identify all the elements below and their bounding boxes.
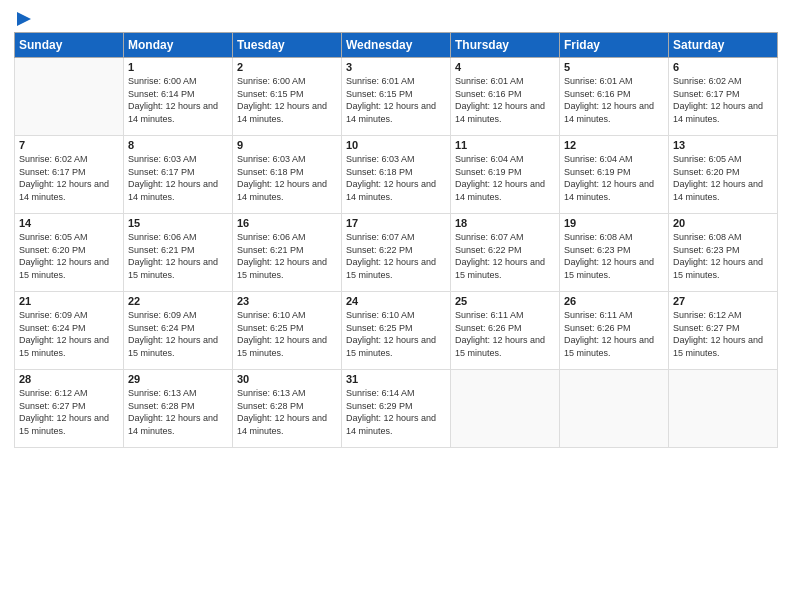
- sun-info: Sunrise: 6:14 AMSunset: 6:29 PMDaylight:…: [346, 387, 446, 437]
- sun-info: Sunrise: 6:13 AMSunset: 6:28 PMDaylight:…: [237, 387, 337, 437]
- calendar-cell: 2Sunrise: 6:00 AMSunset: 6:15 PMDaylight…: [233, 58, 342, 136]
- sun-info: Sunrise: 6:12 AMSunset: 6:27 PMDaylight:…: [19, 387, 119, 437]
- day-number: 16: [237, 217, 337, 229]
- calendar-cell: [15, 58, 124, 136]
- calendar-cell: 6Sunrise: 6:02 AMSunset: 6:17 PMDaylight…: [669, 58, 778, 136]
- day-number: 9: [237, 139, 337, 151]
- sun-info: Sunrise: 6:01 AMSunset: 6:16 PMDaylight:…: [455, 75, 555, 125]
- header-day: Thursday: [451, 33, 560, 58]
- calendar-cell: 17Sunrise: 6:07 AMSunset: 6:22 PMDayligh…: [342, 214, 451, 292]
- calendar-cell: 9Sunrise: 6:03 AMSunset: 6:18 PMDaylight…: [233, 136, 342, 214]
- calendar-cell: 26Sunrise: 6:11 AMSunset: 6:26 PMDayligh…: [560, 292, 669, 370]
- sun-info: Sunrise: 6:00 AMSunset: 6:15 PMDaylight:…: [237, 75, 337, 125]
- calendar-cell: [560, 370, 669, 448]
- sun-info: Sunrise: 6:05 AMSunset: 6:20 PMDaylight:…: [673, 153, 773, 203]
- calendar-cell: 21Sunrise: 6:09 AMSunset: 6:24 PMDayligh…: [15, 292, 124, 370]
- day-number: 26: [564, 295, 664, 307]
- day-number: 18: [455, 217, 555, 229]
- day-number: 5: [564, 61, 664, 73]
- sun-info: Sunrise: 6:13 AMSunset: 6:28 PMDaylight:…: [128, 387, 228, 437]
- sun-info: Sunrise: 6:05 AMSunset: 6:20 PMDaylight:…: [19, 231, 119, 281]
- calendar-cell: 12Sunrise: 6:04 AMSunset: 6:19 PMDayligh…: [560, 136, 669, 214]
- calendar-cell: 11Sunrise: 6:04 AMSunset: 6:19 PMDayligh…: [451, 136, 560, 214]
- day-number: 23: [237, 295, 337, 307]
- day-number: 2: [237, 61, 337, 73]
- calendar-cell: 24Sunrise: 6:10 AMSunset: 6:25 PMDayligh…: [342, 292, 451, 370]
- calendar-cell: 29Sunrise: 6:13 AMSunset: 6:28 PMDayligh…: [124, 370, 233, 448]
- calendar-cell: 15Sunrise: 6:06 AMSunset: 6:21 PMDayligh…: [124, 214, 233, 292]
- sun-info: Sunrise: 6:11 AMSunset: 6:26 PMDaylight:…: [564, 309, 664, 359]
- calendar-cell: 19Sunrise: 6:08 AMSunset: 6:23 PMDayligh…: [560, 214, 669, 292]
- sun-info: Sunrise: 6:02 AMSunset: 6:17 PMDaylight:…: [673, 75, 773, 125]
- day-number: 8: [128, 139, 228, 151]
- day-number: 30: [237, 373, 337, 385]
- sun-info: Sunrise: 6:07 AMSunset: 6:22 PMDaylight:…: [346, 231, 446, 281]
- logo: [14, 10, 33, 24]
- day-number: 11: [455, 139, 555, 151]
- calendar-cell: [451, 370, 560, 448]
- sun-info: Sunrise: 6:10 AMSunset: 6:25 PMDaylight:…: [237, 309, 337, 359]
- calendar-cell: 20Sunrise: 6:08 AMSunset: 6:23 PMDayligh…: [669, 214, 778, 292]
- day-number: 27: [673, 295, 773, 307]
- calendar-cell: 18Sunrise: 6:07 AMSunset: 6:22 PMDayligh…: [451, 214, 560, 292]
- day-number: 20: [673, 217, 773, 229]
- day-number: 21: [19, 295, 119, 307]
- day-number: 10: [346, 139, 446, 151]
- calendar-cell: 23Sunrise: 6:10 AMSunset: 6:25 PMDayligh…: [233, 292, 342, 370]
- sun-info: Sunrise: 6:03 AMSunset: 6:17 PMDaylight:…: [128, 153, 228, 203]
- header-day: Saturday: [669, 33, 778, 58]
- sun-info: Sunrise: 6:09 AMSunset: 6:24 PMDaylight:…: [128, 309, 228, 359]
- day-number: 13: [673, 139, 773, 151]
- sun-info: Sunrise: 6:08 AMSunset: 6:23 PMDaylight:…: [564, 231, 664, 281]
- calendar-week-row: 14Sunrise: 6:05 AMSunset: 6:20 PMDayligh…: [15, 214, 778, 292]
- day-number: 29: [128, 373, 228, 385]
- day-number: 31: [346, 373, 446, 385]
- calendar-cell: [669, 370, 778, 448]
- header-day: Sunday: [15, 33, 124, 58]
- calendar-cell: 1Sunrise: 6:00 AMSunset: 6:14 PMDaylight…: [124, 58, 233, 136]
- svg-marker-0: [17, 12, 31, 26]
- calendar-week-row: 1Sunrise: 6:00 AMSunset: 6:14 PMDaylight…: [15, 58, 778, 136]
- sun-info: Sunrise: 6:12 AMSunset: 6:27 PMDaylight:…: [673, 309, 773, 359]
- header-day: Friday: [560, 33, 669, 58]
- calendar-cell: 14Sunrise: 6:05 AMSunset: 6:20 PMDayligh…: [15, 214, 124, 292]
- calendar-cell: 27Sunrise: 6:12 AMSunset: 6:27 PMDayligh…: [669, 292, 778, 370]
- sun-info: Sunrise: 6:10 AMSunset: 6:25 PMDaylight:…: [346, 309, 446, 359]
- sun-info: Sunrise: 6:03 AMSunset: 6:18 PMDaylight:…: [346, 153, 446, 203]
- sun-info: Sunrise: 6:03 AMSunset: 6:18 PMDaylight:…: [237, 153, 337, 203]
- calendar-cell: 8Sunrise: 6:03 AMSunset: 6:17 PMDaylight…: [124, 136, 233, 214]
- day-number: 15: [128, 217, 228, 229]
- sun-info: Sunrise: 6:00 AMSunset: 6:14 PMDaylight:…: [128, 75, 228, 125]
- calendar-cell: 13Sunrise: 6:05 AMSunset: 6:20 PMDayligh…: [669, 136, 778, 214]
- day-number: 24: [346, 295, 446, 307]
- day-number: 4: [455, 61, 555, 73]
- page-container: SundayMondayTuesdayWednesdayThursdayFrid…: [0, 0, 792, 456]
- day-number: 3: [346, 61, 446, 73]
- sun-info: Sunrise: 6:09 AMSunset: 6:24 PMDaylight:…: [19, 309, 119, 359]
- day-number: 7: [19, 139, 119, 151]
- calendar-table: SundayMondayTuesdayWednesdayThursdayFrid…: [14, 32, 778, 448]
- sun-info: Sunrise: 6:06 AMSunset: 6:21 PMDaylight:…: [237, 231, 337, 281]
- calendar-cell: 30Sunrise: 6:13 AMSunset: 6:28 PMDayligh…: [233, 370, 342, 448]
- header-day: Wednesday: [342, 33, 451, 58]
- logo-flag-icon: [15, 10, 33, 28]
- calendar-cell: 7Sunrise: 6:02 AMSunset: 6:17 PMDaylight…: [15, 136, 124, 214]
- sun-info: Sunrise: 6:02 AMSunset: 6:17 PMDaylight:…: [19, 153, 119, 203]
- day-number: 25: [455, 295, 555, 307]
- calendar-cell: 3Sunrise: 6:01 AMSunset: 6:15 PMDaylight…: [342, 58, 451, 136]
- calendar-week-row: 7Sunrise: 6:02 AMSunset: 6:17 PMDaylight…: [15, 136, 778, 214]
- calendar-cell: 22Sunrise: 6:09 AMSunset: 6:24 PMDayligh…: [124, 292, 233, 370]
- calendar-cell: 25Sunrise: 6:11 AMSunset: 6:26 PMDayligh…: [451, 292, 560, 370]
- day-number: 1: [128, 61, 228, 73]
- calendar-cell: 5Sunrise: 6:01 AMSunset: 6:16 PMDaylight…: [560, 58, 669, 136]
- sun-info: Sunrise: 6:11 AMSunset: 6:26 PMDaylight:…: [455, 309, 555, 359]
- day-number: 12: [564, 139, 664, 151]
- sun-info: Sunrise: 6:08 AMSunset: 6:23 PMDaylight:…: [673, 231, 773, 281]
- calendar-cell: 10Sunrise: 6:03 AMSunset: 6:18 PMDayligh…: [342, 136, 451, 214]
- calendar-cell: 28Sunrise: 6:12 AMSunset: 6:27 PMDayligh…: [15, 370, 124, 448]
- day-number: 22: [128, 295, 228, 307]
- sun-info: Sunrise: 6:04 AMSunset: 6:19 PMDaylight:…: [455, 153, 555, 203]
- sun-info: Sunrise: 6:04 AMSunset: 6:19 PMDaylight:…: [564, 153, 664, 203]
- calendar-cell: 4Sunrise: 6:01 AMSunset: 6:16 PMDaylight…: [451, 58, 560, 136]
- sun-info: Sunrise: 6:06 AMSunset: 6:21 PMDaylight:…: [128, 231, 228, 281]
